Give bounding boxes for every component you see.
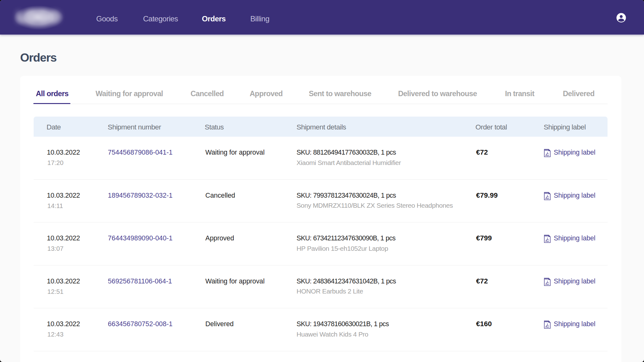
svg-text:PDF: PDF: [546, 154, 549, 156]
svg-text:PDF: PDF: [546, 326, 549, 328]
svg-text:PDF: PDF: [546, 240, 549, 242]
svg-text:PDF: PDF: [546, 197, 549, 199]
svg-text:PDF: PDF: [546, 283, 549, 285]
